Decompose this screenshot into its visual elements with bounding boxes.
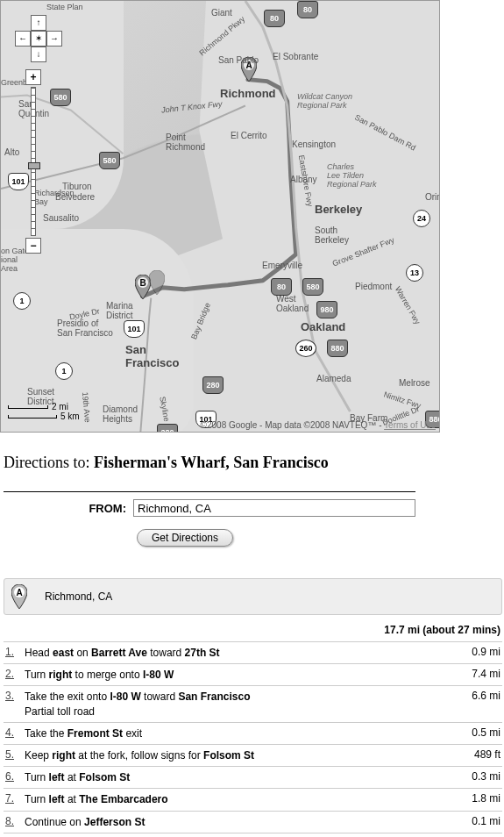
- shield-ca1-b: 1: [55, 362, 73, 380]
- map-scale: 2 mi 5 km: [8, 402, 80, 421]
- shield-i580-b: 580: [99, 152, 120, 169]
- scale-mi: 2 mi: [52, 402, 68, 411]
- step-distance: 489 ft: [448, 748, 500, 761]
- step-distance: 0.3 mi: [448, 770, 500, 783]
- step-row[interactable]: 3.Take the exit onto I-80 W toward San F…: [4, 686, 502, 722]
- step-text: Turn right to merge onto I-80 W: [25, 668, 448, 682]
- step-text: Turn left at Folsom St: [25, 770, 448, 784]
- step-row[interactable]: 1.Head east on Barrett Ave toward 27th S…: [4, 642, 502, 664]
- label-san-pablo: San Pablo: [218, 55, 259, 65]
- shield-i980: 980: [316, 301, 337, 318]
- zoom-handle[interactable]: [28, 162, 40, 169]
- shield-i80-a: 80: [264, 10, 285, 27]
- shield-ca260: 260: [295, 340, 316, 357]
- step-text: Take the exit onto I-80 W toward San Fra…: [25, 690, 448, 718]
- label-orinda: Orinc: [425, 192, 440, 202]
- label-sf: San Francisco: [125, 343, 179, 369]
- label-alameda: Alameda: [316, 374, 351, 383]
- step-distance: 0.9 mi: [448, 646, 500, 658]
- shield-i880-a: 880: [327, 340, 348, 357]
- step-distance: 7.4 mi: [448, 668, 500, 680]
- step-row[interactable]: 8.Continue on Jefferson St0.1 mi: [4, 812, 502, 833]
- pan-left-button[interactable]: ←: [15, 31, 31, 46]
- step-text: Take the Fremont St exit: [25, 726, 448, 740]
- step-row[interactable]: 6.Turn left at Folsom St0.3 mi: [4, 767, 502, 789]
- zoom-control: + −: [25, 69, 41, 254]
- shield-ca13: 13: [406, 264, 423, 282]
- from-label: FROM:: [4, 502, 133, 515]
- label-richmond: Richmond: [220, 87, 276, 100]
- label-sausalito: Sausalito: [43, 213, 79, 223]
- shield-i80-b: 80: [297, 1, 318, 18]
- step-number: 2.: [5, 668, 25, 680]
- map[interactable]: A B Giant San Pablo El Sobrante Richmond…: [0, 0, 440, 433]
- pan-right-button[interactable]: →: [46, 31, 62, 46]
- shield-i280-b: 280: [202, 376, 224, 394]
- label-giant: Giant: [211, 8, 232, 18]
- label-melrose: Melrose: [399, 378, 430, 388]
- label-piedmont: Piedmont: [355, 282, 392, 291]
- step-number: 4.: [5, 726, 25, 739]
- shield-ca1-a: 1: [13, 292, 31, 310]
- label-presidio: Presidio of San Francisco: [57, 318, 113, 338]
- page-title: Directions to: Fisherman's Wharf, San Fr…: [4, 454, 500, 472]
- label-strawberry: State Plan: [46, 3, 83, 11]
- label-marina: Marina District: [106, 301, 133, 320]
- pan-up-button[interactable]: ↑: [31, 15, 46, 31]
- svg-text:B: B: [139, 278, 146, 288]
- step-text: Head east on Barrett Ave toward 27th St: [25, 646, 448, 660]
- from-input[interactable]: [133, 499, 415, 517]
- scale-km: 5 km: [60, 411, 80, 421]
- marker-b-shadow: [149, 270, 165, 295]
- label-diamond: Diamond Heights: [103, 404, 138, 424]
- marker-a-icon: A: [11, 584, 27, 609]
- get-directions-button[interactable]: Get Directions: [137, 529, 233, 547]
- shield-i580-c: 580: [302, 278, 323, 296]
- label-oakland: Oakland: [301, 320, 345, 333]
- svg-text:A: A: [16, 588, 22, 597]
- zoom-out-button[interactable]: −: [25, 238, 41, 254]
- zoom-in-button[interactable]: +: [25, 69, 41, 85]
- pan-down-button[interactable]: ↓: [31, 46, 46, 62]
- label-alto: Alto: [4, 147, 19, 157]
- label-point-richmond: Point Richmond: [166, 132, 205, 152]
- directions-steps: A Richmond, CA 17.7 mi (about 27 mins) 1…: [4, 578, 502, 837]
- title-prefix: Directions to:: [4, 454, 94, 471]
- step-row[interactable]: 5.Keep right at the fork, follow signs f…: [4, 745, 502, 767]
- label-berkeley: Berkeley: [315, 203, 362, 216]
- step-number: 5.: [5, 748, 25, 761]
- origin-row: A Richmond, CA: [4, 578, 502, 615]
- step-number: 6.: [5, 770, 25, 783]
- label-tilden: Charles Lee Tilden Regional Park: [327, 162, 377, 189]
- step-distance: 0.1 mi: [448, 815, 500, 827]
- step-number: 8.: [5, 815, 25, 827]
- label-south-berkeley: South Berkeley: [315, 225, 349, 245]
- step-text: Keep right at the fork, follow signs for…: [25, 748, 448, 762]
- step-row[interactable]: 7.Turn left at The Embarcadero1.8 mi: [4, 789, 502, 811]
- step-text: Turn left at The Embarcadero: [25, 792, 448, 806]
- title-destination: Fisherman's Wharf, San Francisco: [94, 454, 329, 471]
- step-distance: 1.8 mi: [448, 792, 500, 805]
- step-number: 3.: [5, 690, 25, 702]
- shield-i280-a: 280: [157, 424, 178, 433]
- label-wildcat: Wildcat Canyon Regional Park: [297, 92, 352, 110]
- zoom-track[interactable]: [31, 87, 36, 236]
- from-row: FROM:: [4, 491, 415, 517]
- step-text: Continue on Jefferson St: [25, 815, 448, 829]
- pan-recenter-button[interactable]: ✶: [31, 31, 46, 46]
- label-west-oakland: West Oakland: [276, 294, 309, 313]
- shield-ca24: 24: [413, 210, 430, 227]
- pan-control: ↑ ↓ ← → ✶: [15, 15, 62, 62]
- shield-us101-b: 101: [124, 320, 145, 338]
- terms-link[interactable]: Terms of Use: [384, 420, 436, 430]
- origin-text: Richmond, CA: [45, 590, 112, 603]
- map-attribution: ©2008 Google - Map data ©2008 NAVTEQ™ - …: [201, 420, 436, 430]
- step-row[interactable]: 2.Turn right to merge onto I-80 W7.4 mi: [4, 664, 502, 686]
- label-el-cerrito: El Cerrito: [231, 131, 267, 140]
- shield-i80-c: 80: [271, 278, 292, 296]
- step-distance: 0.5 mi: [448, 726, 500, 739]
- step-distance: 6.6 mi: [448, 690, 500, 702]
- step-number: 1.: [5, 646, 25, 658]
- step-number: 7.: [5, 792, 25, 805]
- step-row[interactable]: 4.Take the Fremont St exit0.5 mi: [4, 723, 502, 745]
